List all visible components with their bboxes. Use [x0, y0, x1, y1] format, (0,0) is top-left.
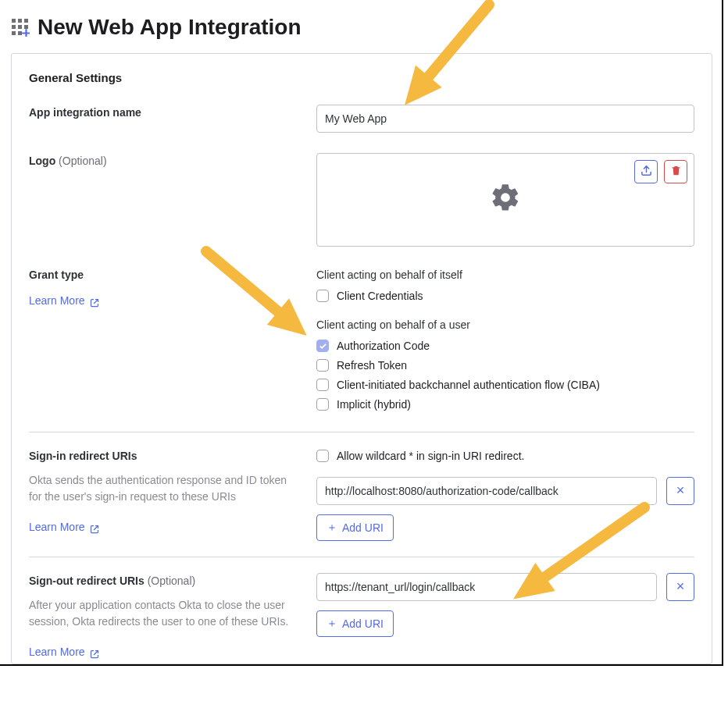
grant-user-heading: Client acting on behalf of a user — [316, 317, 694, 333]
signin-label: Sign-in redirect URIs — [29, 448, 137, 464]
grant-ciba-label: Client-initiated backchannel authenticat… — [337, 377, 600, 393]
grant-ciba[interactable]: Client-initiated backchannel authenticat… — [316, 377, 694, 393]
annotation-arrow-icon — [197, 242, 337, 359]
delete-logo-button[interactable] — [664, 160, 687, 183]
signout-add-uri-label: Add URI — [342, 617, 384, 630]
signin-wildcard-checkbox[interactable]: Allow wildcard * in sign-in URI redirect… — [316, 448, 524, 464]
grant-refresh-token[interactable]: Refresh Token — [316, 358, 694, 374]
svg-line-13 — [206, 251, 284, 317]
signout-help: After your application contacts Okta to … — [29, 597, 296, 630]
svg-rect-3 — [12, 25, 16, 29]
svg-rect-6 — [12, 31, 16, 35]
signin-learn-more-link[interactable]: Learn More — [29, 519, 99, 535]
external-link-icon — [90, 522, 99, 532]
logo-label: Logo — [29, 153, 55, 169]
signin-add-uri-label: Add URI — [342, 521, 384, 534]
grant-learn-more-link[interactable]: Learn More — [29, 293, 99, 309]
svg-rect-4 — [18, 25, 22, 29]
grant-client-credentials[interactable]: Client Credentials — [316, 288, 694, 304]
grant-implicit[interactable]: Implicit (hybrid) — [316, 397, 694, 413]
grant-type-label: Grant type — [29, 267, 84, 283]
external-link-icon — [90, 647, 99, 656]
signout-add-uri-button[interactable]: ＋ Add URI — [316, 610, 394, 637]
grant-authorization-code[interactable]: Authorization Code — [316, 338, 694, 354]
svg-rect-7 — [18, 31, 22, 35]
svg-rect-2 — [24, 19, 28, 23]
app-grid-icon — [11, 18, 30, 37]
upload-icon — [641, 165, 652, 179]
plus-icon: ＋ — [327, 617, 337, 631]
signout-optional: (Optional) — [148, 575, 195, 587]
signin-help: Okta sends the authentication response a… — [29, 472, 296, 505]
svg-rect-0 — [12, 19, 16, 23]
checkbox-icon — [316, 379, 329, 391]
svg-line-15 — [539, 507, 644, 582]
grant-implicit-label: Implicit (hybrid) — [337, 397, 411, 413]
annotation-arrow-icon — [480, 500, 652, 624]
checkbox-icon — [316, 450, 329, 462]
grant-authorization-code-label: Authorization Code — [337, 338, 430, 354]
svg-rect-5 — [24, 25, 28, 29]
signout-learn-more-text: Learn More — [29, 644, 85, 660]
signin-learn-more-text: Learn More — [29, 519, 85, 535]
logo-optional: (Optional) — [59, 155, 106, 167]
signout-learn-more-link[interactable]: Learn More — [29, 644, 99, 660]
app-name-label: App integration name — [29, 105, 141, 121]
grant-learn-more-text: Learn More — [29, 293, 85, 309]
signin-add-uri-button[interactable]: ＋ Add URI — [316, 514, 394, 541]
signout-uri-remove-button[interactable]: × — [666, 573, 694, 601]
upload-logo-button[interactable] — [634, 160, 658, 183]
close-icon: × — [676, 482, 685, 499]
plus-icon: ＋ — [327, 521, 337, 535]
signin-wildcard-label: Allow wildcard * in sign-in URI redirect… — [337, 448, 524, 464]
svg-line-11 — [423, 5, 489, 83]
logo-dropzone[interactable] — [316, 153, 694, 247]
trash-icon — [670, 165, 682, 179]
signout-label: Sign-out redirect URIs — [29, 573, 145, 589]
gear-icon — [490, 182, 521, 218]
grant-client-credentials-label: Client Credentials — [337, 288, 423, 304]
grant-refresh-token-label: Refresh Token — [337, 358, 407, 374]
annotation-arrow-icon — [356, 0, 497, 109]
external-link-icon — [90, 296, 99, 305]
checkbox-icon — [316, 359, 329, 372]
signin-uri-remove-button[interactable]: × — [666, 477, 694, 505]
page-title: New Web App Integration — [37, 11, 302, 44]
grant-self-heading: Client acting on behalf of itself — [316, 267, 694, 283]
svg-rect-1 — [18, 19, 22, 23]
close-icon: × — [676, 578, 685, 595]
checkbox-icon — [316, 398, 329, 411]
